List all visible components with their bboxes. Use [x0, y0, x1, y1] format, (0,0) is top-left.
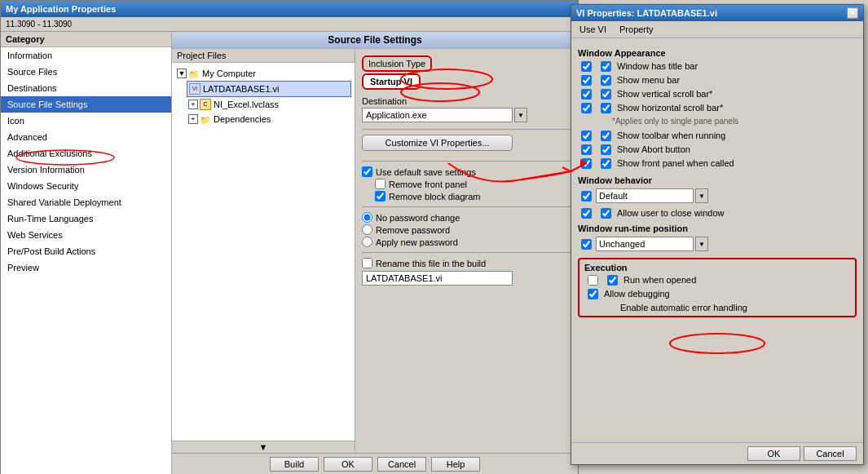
main-application-window: My Application Properties 11.3090 - 11.3… — [0, 0, 579, 474]
sidebar-item-windows-security[interactable]: Windows Security — [1, 178, 171, 194]
dialog-top-tabs: Use VI Property — [571, 21, 863, 38]
show-vscroll-label: Show vertical scroll bar* — [617, 89, 712, 100]
show-front-panel-right-checkbox[interactable] — [601, 158, 611, 169]
scroll-down-btn[interactable]: ▼ — [172, 441, 355, 453]
sidebar-item-destinations[interactable]: Destinations — [1, 80, 171, 96]
tree-label-ni-excel: NI_Excel.lvclass — [214, 98, 279, 111]
sidebar-header: Category — [1, 32, 171, 47]
allow-debugging-left-checkbox[interactable] — [588, 289, 598, 299]
dialog-ok-button[interactable]: OK — [747, 446, 800, 461]
rename-file-checkbox[interactable] — [362, 258, 372, 268]
tab-property[interactable]: Property — [613, 23, 660, 36]
main-title-text: My Application Properties — [6, 4, 116, 14]
show-abort-right-checkbox[interactable] — [601, 144, 611, 155]
execution-title: Execution — [584, 263, 850, 272]
customize-vi-properties-button[interactable]: Customize VI Properties... — [362, 135, 513, 151]
sidebar-item-run-time-languages[interactable]: Run-Time Languages — [1, 210, 171, 227]
execution-section: Execution Run when opened Allow debuggin… — [578, 258, 857, 317]
allow-close-row: Allow user to close window — [578, 208, 857, 219]
show-toolbar-left-checkbox[interactable] — [581, 131, 592, 141]
show-menu-bar-right-checkbox[interactable] — [601, 75, 611, 86]
tree-item-my-computer[interactable]: ▼ 📁 My Computer — [175, 66, 351, 81]
bottom-bar: Build OK Cancel Help — [172, 453, 578, 474]
window-behavior-select[interactable] — [596, 188, 694, 203]
rename-file-row: Rename this file in the build — [362, 258, 571, 268]
show-vscroll-left-checkbox[interactable] — [581, 89, 592, 100]
vi-icon: VI — [189, 83, 200, 95]
info-strip: 11.3090 - 11.3090 — [1, 17, 578, 32]
sidebar-item-icon[interactable]: Icon — [1, 113, 171, 129]
window-title-bar-right-checkbox[interactable] — [601, 61, 611, 72]
help-button[interactable]: Help — [431, 457, 480, 472]
window-behavior-title: Window behavior — [578, 175, 857, 185]
window-appearance-row-3: Show vertical scroll bar* — [578, 89, 857, 100]
sidebar-item-preview[interactable]: Preview — [1, 259, 171, 276]
sidebar-item-additional-exclusions[interactable]: Additional Exclusions — [1, 145, 171, 162]
sidebar-item-source-file-settings[interactable]: Source File Settings — [1, 96, 171, 113]
remove-block-diagram-checkbox[interactable] — [375, 191, 386, 202]
allow-close-right-checkbox[interactable] — [601, 208, 611, 219]
rename-file-input[interactable] — [362, 271, 513, 286]
destination-label: Destination — [362, 96, 571, 106]
tree-label-dependencies: Dependencies — [214, 113, 271, 126]
remove-password-label: Remove password — [376, 225, 450, 235]
remove-front-panel-checkbox[interactable] — [375, 179, 386, 189]
show-vscroll-right-checkbox[interactable] — [601, 89, 611, 100]
tree-item-latdatabase1[interactable]: VI LATDATABASE1.vi — [187, 81, 351, 97]
show-front-panel-left-checkbox[interactable] — [581, 158, 592, 169]
tree-item-dependencies[interactable]: + 📁 Dependencies — [187, 112, 351, 126]
run-when-opened-right-checkbox[interactable] — [607, 275, 618, 286]
window-runtime-select[interactable] — [596, 237, 694, 251]
remove-password-radio[interactable] — [362, 224, 372, 235]
dialog-bottom-bar: OK Cancel — [571, 442, 863, 464]
apply-new-password-row: Apply new password — [362, 237, 571, 247]
tree-toggle-dependencies[interactable]: + — [188, 114, 198, 124]
folder-icon-deps: 📁 — [200, 113, 211, 125]
show-toolbar-right-checkbox[interactable] — [601, 131, 611, 141]
window-behavior-left-checkbox[interactable] — [581, 191, 592, 202]
right-panel: Source File Settings Project Files ▼ 📁 M… — [172, 32, 578, 474]
tree-toggle-ni-excel[interactable]: + — [188, 100, 198, 109]
tab-use-vi[interactable]: Use VI — [573, 23, 613, 36]
sidebar-item-pre-post-build-actions[interactable]: Pre/Post Build Actions — [1, 243, 171, 259]
sidebar-item-advanced[interactable]: Advanced — [1, 129, 171, 145]
class-icon: C — [200, 99, 211, 110]
show-hscroll-right-checkbox[interactable] — [601, 103, 611, 113]
divider-3 — [362, 206, 571, 207]
show-abort-left-checkbox[interactable] — [581, 144, 592, 155]
sidebar-item-information[interactable]: Information — [1, 47, 171, 64]
destination-input[interactable] — [362, 108, 513, 122]
panel-title: Source File Settings — [172, 32, 578, 49]
sidebar-item-web-services[interactable]: Web Services — [1, 227, 171, 243]
build-button[interactable]: Build — [270, 457, 319, 472]
single-pane-note: *Applies only to single pane panels — [612, 117, 857, 126]
use-default-save-checkbox[interactable] — [362, 166, 372, 177]
sidebar-item-version-information[interactable]: Version Information — [1, 162, 171, 178]
window-behavior-dropdown[interactable]: ▼ — [695, 188, 708, 203]
allow-close-left-checkbox[interactable] — [581, 208, 592, 219]
no-password-radio[interactable] — [362, 212, 372, 223]
show-abort-label: Show Abort button — [617, 144, 690, 155]
allow-close-label: Allow user to close window — [617, 208, 724, 219]
run-when-opened-left-checkbox[interactable] — [588, 275, 598, 286]
inclusion-type-group: Inclusion Type Startup VI — [362, 55, 571, 90]
remove-front-panel-label: Remove front panel — [389, 179, 467, 189]
dialog-close-button[interactable]: ✕ — [847, 7, 858, 19]
tree-toggle-my-computer[interactable]: ▼ — [177, 69, 187, 78]
window-runtime-dropdown[interactable]: ▼ — [695, 237, 708, 251]
sidebar-item-shared-variable-deployment[interactable]: Shared Variable Deployment — [1, 194, 171, 210]
sidebar-item-source-files[interactable]: Source Files — [1, 64, 171, 80]
ok-button[interactable]: OK — [324, 457, 372, 472]
show-menu-bar-left-checkbox[interactable] — [581, 75, 592, 86]
sidebar: Category Information Source Files Destin… — [1, 32, 172, 474]
show-hscroll-left-checkbox[interactable] — [581, 103, 592, 113]
cancel-button[interactable]: Cancel — [377, 457, 426, 472]
destination-dropdown[interactable]: ▼ — [514, 108, 527, 122]
window-appearance-row-4: Show horizontal scroll bar* — [578, 103, 857, 113]
tree-item-ni-excel[interactable]: + C NI_Excel.lvclass — [187, 97, 351, 112]
dialog-cancel-button[interactable]: Cancel — [804, 446, 857, 461]
window-title-bar-left-checkbox[interactable] — [581, 61, 592, 72]
window-runtime-left-checkbox[interactable] — [581, 239, 592, 250]
vi-properties-dialog: VI Properties: LATDATABASE1.vi ✕ Use VI … — [571, 4, 864, 465]
apply-new-password-radio[interactable] — [362, 237, 372, 247]
